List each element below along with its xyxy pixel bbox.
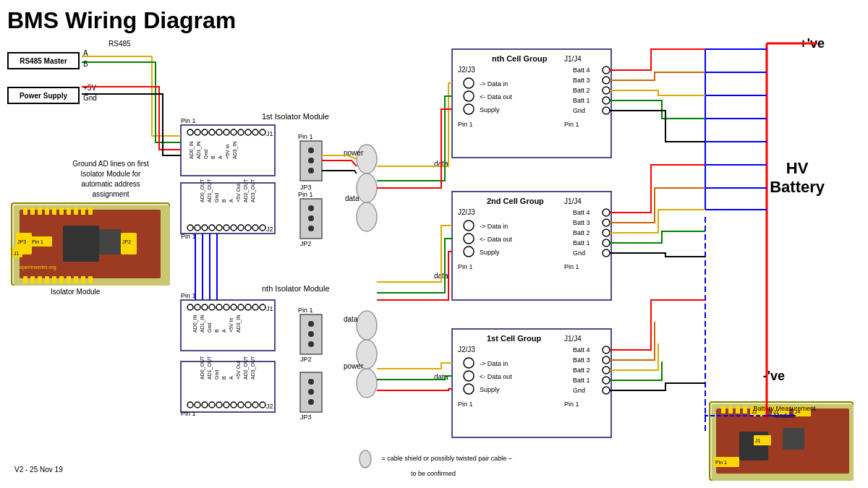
- svg-text:+5V Out: +5V Out: [236, 361, 241, 380]
- svg-text:AD3_IN: AD3_IN: [236, 314, 242, 333]
- svg-point-199: [464, 221, 474, 231]
- svg-point-83: [252, 225, 258, 231]
- svg-rect-4: [38, 207, 42, 215]
- svg-point-120: [209, 402, 215, 408]
- svg-text:JP3: JP3: [300, 414, 312, 421]
- svg-text:Pin 1: Pin 1: [458, 121, 473, 128]
- svg-point-191: [603, 67, 610, 74]
- svg-text:2nd Cell Group: 2nd Cell Group: [487, 197, 544, 205]
- svg-text:Supply: Supply: [480, 249, 500, 256]
- svg-point-58: [224, 129, 229, 135]
- svg-point-79: [224, 225, 229, 231]
- svg-text:-> Data in: -> Data in: [480, 360, 508, 367]
- svg-text:J1: J1: [266, 305, 273, 312]
- svg-point-236: [603, 356, 610, 364]
- svg-text:Batt 4: Batt 4: [573, 346, 590, 354]
- svg-point-239: [603, 387, 610, 394]
- svg-point-57: [216, 129, 222, 135]
- svg-text:J1/J4: J1/J4: [564, 335, 582, 343]
- svg-text:Gnd: Gnd: [203, 150, 208, 159]
- svg-text:AD1_IN: AD1_IN: [196, 141, 202, 159]
- minus-ve-label: -'ve: [763, 369, 785, 384]
- svg-text:Pin 1: Pin 1: [458, 401, 473, 408]
- plus-ve-label: +'ve: [799, 36, 825, 51]
- svg-point-106: [260, 304, 265, 310]
- svg-text:J1: J1: [266, 130, 273, 137]
- svg-rect-15: [45, 276, 49, 283]
- svg-text:Batt 4: Batt 4: [573, 67, 590, 74]
- svg-text:<- Data out: <- Data out: [480, 93, 512, 100]
- svg-text:A: A: [218, 155, 223, 159]
- svg-rect-2: [23, 207, 27, 215]
- gnd-label: Gnd: [83, 94, 97, 102]
- svg-point-81: [238, 225, 244, 231]
- svg-text:data: data: [434, 373, 448, 381]
- svg-point-78: [216, 225, 222, 231]
- svg-text:-> Data in: -> Data in: [480, 223, 508, 230]
- svg-point-139: [308, 147, 314, 153]
- svg-text:J1: J1: [14, 251, 20, 256]
- svg-rect-13: [30, 276, 35, 283]
- svg-rect-27: [99, 229, 121, 254]
- svg-point-126: [252, 402, 258, 408]
- battery-measurement-label: Battery MeasurementModule: [714, 405, 855, 419]
- isolator-module-pcb: JP3 JP2 openinverter.org Pin 1 J1: [11, 202, 170, 286]
- svg-point-53: [187, 129, 193, 135]
- svg-text:Pin 1: Pin 1: [564, 121, 579, 128]
- svg-rect-19: [74, 276, 78, 283]
- svg-point-76: [202, 225, 208, 231]
- svg-text:Pin 1: Pin 1: [181, 292, 196, 299]
- svg-text:Batt 1: Batt 1: [573, 97, 590, 104]
- svg-text:Pin 1: Pin 1: [458, 263, 473, 270]
- svg-point-100: [216, 304, 222, 310]
- svg-text:openinverter.org: openinverter.org: [20, 265, 56, 270]
- svg-rect-3: [30, 207, 35, 215]
- svg-point-157: [308, 379, 314, 385]
- svg-text:power: power: [344, 362, 364, 370]
- svg-point-200: [464, 234, 474, 244]
- rs485-master-box: RS485 Master: [7, 52, 80, 69]
- svg-point-238: [603, 377, 610, 384]
- svg-text:J2: J2: [266, 403, 273, 410]
- svg-text:B: B: [214, 329, 219, 333]
- svg-point-102: [231, 304, 237, 310]
- svg-rect-144: [300, 199, 322, 239]
- diagram-container: BMS Wiring Diagram RS485 Master Power Su…: [0, 0, 868, 488]
- svg-rect-8: [67, 207, 71, 215]
- svg-rect-73: [181, 183, 275, 234]
- svg-rect-18: [67, 276, 71, 283]
- svg-text:A: A: [229, 199, 234, 202]
- svg-text:AD2_OUT: AD2_OUT: [243, 356, 249, 380]
- svg-text:Batt 1: Batt 1: [573, 239, 590, 247]
- svg-text:data: data: [434, 160, 448, 168]
- svg-point-54: [195, 129, 200, 135]
- svg-text:Pin 1: Pin 1: [298, 133, 313, 140]
- hv-battery-label: HVBattery: [770, 159, 825, 197]
- plus5v-label: +5V: [83, 84, 96, 92]
- ground-note: Ground AD lines on firstIsolator Module …: [56, 159, 165, 200]
- svg-text:J1: J1: [755, 438, 761, 443]
- svg-text:Batt 1: Batt 1: [573, 377, 590, 384]
- svg-text:data: data: [344, 315, 358, 323]
- svg-point-127: [260, 402, 265, 408]
- svg-rect-16: [52, 276, 56, 283]
- svg-text:nth Cell Group: nth Cell Group: [492, 54, 548, 63]
- svg-rect-12: [23, 276, 27, 283]
- first-isolator-label: 1st Isolator Module: [262, 112, 329, 121]
- svg-point-56: [209, 129, 215, 135]
- svg-text:+5V Out: +5V Out: [236, 184, 241, 202]
- svg-point-237: [603, 367, 610, 374]
- svg-point-178: [464, 91, 474, 101]
- svg-rect-6: [52, 207, 56, 215]
- svg-point-145: [308, 205, 314, 211]
- svg-point-222: [464, 371, 474, 381]
- svg-point-223: [464, 384, 474, 394]
- svg-text:A: A: [221, 329, 226, 333]
- svg-text:Pin 1: Pin 1: [715, 460, 727, 465]
- svg-point-124: [238, 402, 244, 408]
- svg-text:1st Cell Group: 1st Cell Group: [487, 334, 541, 343]
- svg-rect-17: [59, 276, 64, 283]
- svg-rect-11: [88, 207, 93, 215]
- svg-point-105: [252, 304, 258, 310]
- svg-point-164: [357, 311, 377, 340]
